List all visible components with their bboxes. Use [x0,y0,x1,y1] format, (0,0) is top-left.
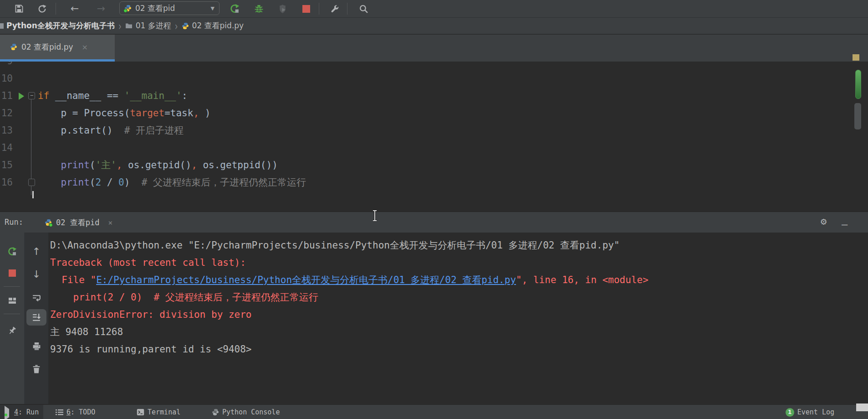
toolbar-divider [4,286,20,287]
run-panel-title: Run: [5,217,23,227]
print-button[interactable] [31,341,41,351]
code-editor[interactable]: 91011−if __name__ == '__main__':12 p = P… [0,62,868,211]
code-line: 13 p.start() # 开启子进程 [0,122,852,139]
soft-wrap-button[interactable] [31,293,41,303]
navigation-bar: Python全栈开发与分析电子书 › 01 多进程 › 02 查看pid.py [0,18,868,34]
close-icon[interactable]: × [82,43,88,52]
rerun-button[interactable] [7,246,17,256]
bug-icon [254,4,264,14]
python-file-icon [182,22,189,30]
editor-scrollbar-thumb[interactable] [854,103,861,129]
file-status-marker[interactable] [853,54,859,61]
run-console-tab[interactable]: 02 查看pid × [45,214,112,231]
line-number: 17 [0,191,13,195]
back-arrow-icon: ← [71,4,79,14]
console-line: D:\Anaconda3\python.exe "E:/PycharmProje… [50,237,648,254]
mouse-ibeam-cursor [372,210,378,222]
folder-icon [0,23,4,29]
stop-button[interactable] [7,268,17,278]
breadcrumb-file[interactable]: 02 查看pid.py [182,21,244,31]
settings-button[interactable] [329,3,340,14]
statusbar-python-console-button[interactable]: Python Console [207,405,284,419]
up-stack-trace-button[interactable]: ↑ [31,246,41,256]
stop-button[interactable] [301,3,311,14]
statusbar-todo-label: 6: TODO [66,408,95,416]
stop-square-icon [302,5,310,13]
event-log-label: Event Log [797,408,834,416]
minimize-icon[interactable]: — [842,218,848,230]
coverage-button[interactable] [277,3,288,14]
statusbar-terminal-button[interactable]: Terminal [132,405,185,419]
breadcrumb-file-label: 02 查看pid.py [192,21,244,31]
python-icon [45,219,52,226]
run-line-icon[interactable] [19,93,24,100]
analysis-ok-marker[interactable] [855,70,861,99]
code-text: p.start() # 开启子进程 [38,122,184,139]
running-indicator-dot [49,223,53,227]
folder-icon [125,23,133,29]
rerun-icon [230,4,240,14]
main-toolbar: ← → 02 查看pid ▼ [0,0,868,18]
arrow-up-icon: ↑ [32,246,41,257]
text-caret [32,191,34,198]
status-bar: 4: Run 6: TODO Terminal Python Console 1… [0,404,868,419]
console-text: Traceback (most recent call last): [50,257,246,268]
console-line: ZeroDivisionError: division by zero [50,306,648,323]
save-all-button[interactable] [14,3,25,14]
run-configuration-selector[interactable]: 02 查看pid ▼ [119,1,220,15]
navigate-forward-button[interactable]: → [96,3,107,14]
forward-arrow-icon: → [97,4,105,14]
toolbar-separator [347,3,347,15]
toolbar-separator [56,3,56,15]
run-play-icon [5,409,11,415]
breadcrumb-chevron-icon: › [118,19,122,33]
debug-button[interactable] [253,3,264,14]
line-number: 16 [0,174,13,191]
editor-tab-bar: 02 查看pid.py × [0,35,868,62]
console-line: 主 9408 11268 [50,323,648,341]
down-stack-trace-button[interactable]: ↓ [31,269,41,279]
search-everywhere-button[interactable] [358,3,369,14]
console-toolbar: ↑ ↓ [25,233,49,404]
traceback-link[interactable]: E:/PycharmProjects/business/Python全栈开发与分… [96,274,516,285]
statusbar-run-button[interactable]: 4: Run [0,405,43,419]
fold-marker-icon[interactable] [28,179,35,186]
event-log-button[interactable]: 1 Event Log [781,405,839,419]
line-number: 10 [0,70,13,87]
code-text: print(2 / 0) # 父进程结束后，子进程仍然正常运行 [38,174,306,191]
running-indicator-dot [123,9,128,13]
run-button[interactable] [229,3,240,14]
breadcrumb-project[interactable]: Python全栈开发与分析电子书 [6,21,115,31]
console-text: 9376 is running,parent id is <9408> [50,344,252,355]
console-line: print(2 / 0) # 父进程结束后，子进程仍然正常运行 [50,289,648,306]
console-text: File " [50,274,96,285]
synchronize-button[interactable] [36,3,47,14]
console-line: Traceback (most recent call last): [50,254,648,271]
console-line: 9376 is running,parent id is <9408> [50,341,648,358]
editor-tab-label: 02 查看pid.py [21,42,73,52]
console-text: print(2 / 0) # 父进程结束后，子进程仍然正常运行 [50,292,318,303]
console-text: 主 9408 11268 [50,326,123,337]
line-number: 11 [0,87,13,104]
statusbar-todo-button[interactable]: 6: TODO [51,405,100,419]
editor-tab-active[interactable]: 02 查看pid.py × [0,35,115,59]
gear-icon[interactable]: ⚙ [821,216,827,227]
fold-marker-icon[interactable]: − [28,92,35,99]
search-icon [359,4,368,14]
line-number: 14 [0,139,13,156]
code-line: 14 [0,139,852,156]
pin-button[interactable] [7,326,17,336]
console-text: ZeroDivisionError: division by zero [50,309,252,320]
line-number: 9 [0,62,13,70]
wrench-icon [330,4,339,14]
restore-layout-button[interactable] [7,295,17,305]
scroll-to-end-button[interactable] [31,312,41,322]
code-text: print('主', os.getpid(), os.getppid()) [38,156,278,174]
toolbar-separator [319,3,319,15]
clear-console-button[interactable] [31,364,41,374]
close-icon[interactable]: × [108,218,112,227]
breadcrumb-folder[interactable]: 01 多进程 [125,21,171,31]
code-text: p = Process(target=task, ) [38,104,210,122]
running-indicator-dot [5,414,7,416]
navigate-back-button[interactable]: ← [69,3,80,14]
